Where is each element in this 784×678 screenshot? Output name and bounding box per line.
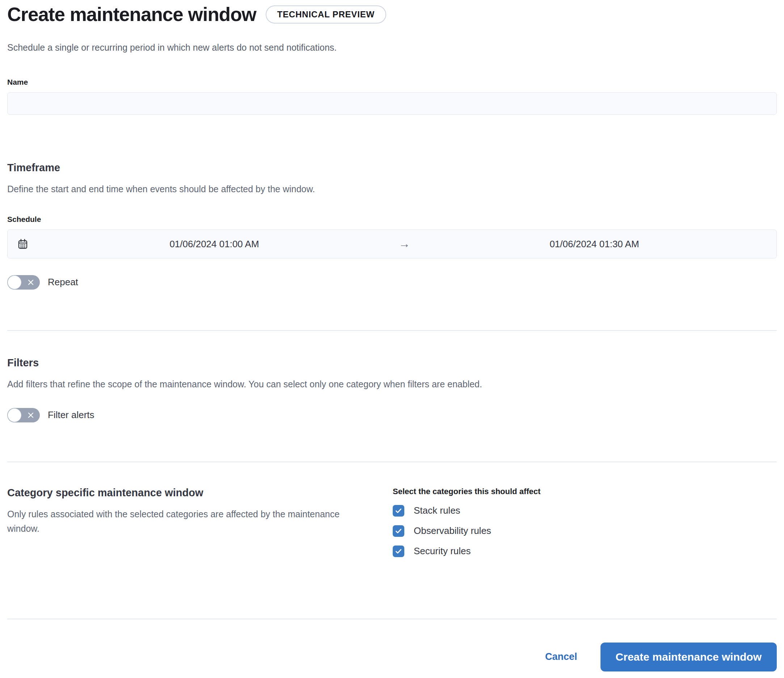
page-header: Create maintenance window TECHNICAL PREV… — [7, 4, 777, 25]
checkbox-checked[interactable] — [393, 525, 404, 537]
checkbox-checked[interactable] — [393, 505, 404, 516]
category-options-column: Select the categories this should affect… — [392, 487, 777, 557]
checkbox-checked[interactable] — [393, 546, 404, 557]
page-title: Create maintenance window — [7, 4, 256, 25]
select-categories-label: Select the categories this should affect — [393, 487, 777, 496]
schedule-label: Schedule — [7, 215, 777, 224]
section-divider — [7, 619, 777, 619]
repeat-toggle[interactable] — [7, 275, 40, 289]
toggle-off-x-icon — [27, 279, 34, 286]
checkbox-row-stack-rules[interactable]: Stack rules — [393, 505, 777, 516]
filters-heading: Filters — [7, 357, 777, 369]
section-divider — [7, 462, 777, 462]
repeat-toggle-label: Repeat — [48, 277, 78, 288]
create-maintenance-window-button[interactable]: Create maintenance window — [600, 642, 777, 672]
filter-alerts-toggle-row: Filter alerts — [7, 408, 777, 423]
checkbox-row-observability-rules[interactable]: Observability rules — [393, 525, 777, 537]
form-footer: Cancel Create maintenance window — [7, 642, 777, 672]
toggle-thumb — [8, 408, 21, 422]
schedule-date-range: 01/06/2024 01:00 AM → 01/06/2024 01:30 A… — [7, 230, 777, 258]
checkmark-icon — [395, 507, 403, 515]
filter-alerts-toggle-label: Filter alerts — [48, 409, 95, 421]
filter-alerts-toggle[interactable] — [7, 408, 40, 423]
start-datetime-input[interactable]: 01/06/2024 01:00 AM — [32, 230, 396, 258]
cancel-button[interactable]: Cancel — [545, 651, 577, 662]
filters-description: Add filters that refine the scope of the… — [7, 377, 777, 391]
end-datetime-input[interactable]: 01/06/2024 01:30 AM — [412, 230, 776, 258]
toggle-thumb — [8, 275, 21, 289]
checkmark-icon — [395, 547, 403, 555]
timeframe-description: Define the start and end time when event… — [7, 182, 777, 196]
page-subtitle: Schedule a single or recurring period in… — [7, 41, 777, 54]
checkmark-icon — [395, 527, 403, 535]
checkbox-label: Security rules — [414, 546, 471, 557]
technical-preview-badge: TECHNICAL PREVIEW — [266, 5, 386, 23]
category-description: Only rules associated with the selected … — [7, 507, 370, 536]
name-input[interactable] — [7, 92, 777, 115]
category-heading: Category specific maintenance window — [7, 487, 370, 499]
checkbox-label: Observability rules — [414, 525, 491, 536]
repeat-toggle-row: Repeat — [7, 275, 777, 289]
checkbox-row-security-rules[interactable]: Security rules — [393, 546, 777, 557]
section-divider — [7, 330, 777, 331]
toggle-off-x-icon — [27, 412, 34, 419]
checkbox-label: Stack rules — [414, 505, 460, 516]
category-section: Category specific maintenance window Onl… — [7, 487, 777, 557]
arrow-right-icon: → — [396, 237, 412, 250]
timeframe-heading: Timeframe — [7, 162, 777, 174]
category-description-column: Category specific maintenance window Onl… — [7, 487, 392, 557]
calendar-icon — [8, 238, 32, 250]
name-label: Name — [7, 78, 777, 87]
